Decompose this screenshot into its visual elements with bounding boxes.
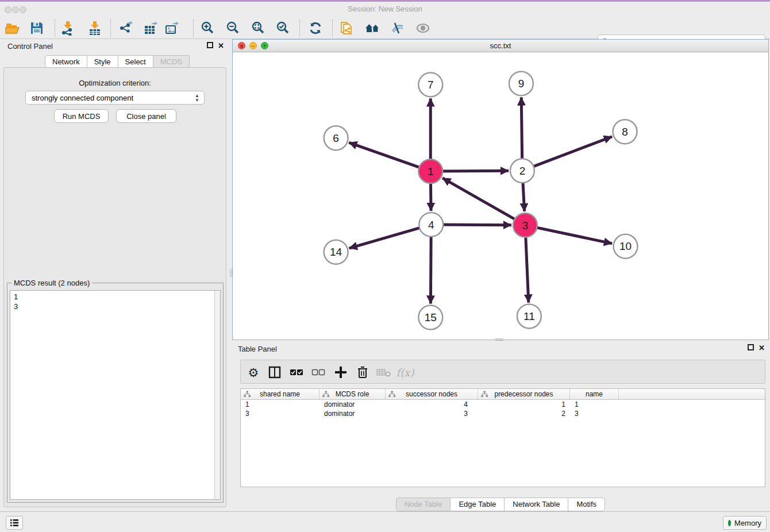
graph-node-3[interactable]: 3 [513, 213, 537, 237]
mcds-result-list[interactable]: 13 [10, 290, 214, 500]
table-row[interactable]: 3dominator323 [241, 409, 765, 418]
close-panel-icon[interactable]: ✕ [218, 42, 224, 50]
tab-style[interactable]: Style [87, 55, 118, 68]
vertical-splitter-handle[interactable] [230, 269, 232, 277]
export-network-icon[interactable] [118, 20, 134, 36]
graph-node-11[interactable]: 11 [517, 304, 541, 329]
import-network-icon[interactable] [60, 20, 76, 36]
graph-edge-3-1[interactable] [442, 178, 525, 225]
eye-icon [415, 20, 431, 36]
select-all-icon[interactable] [288, 364, 305, 380]
add-column-icon[interactable] [333, 364, 349, 380]
svg-text:1: 1 [428, 165, 434, 178]
graph-node-10[interactable]: 10 [614, 234, 638, 259]
graph-node-1[interactable]: 1 [418, 159, 442, 183]
graph-node-6[interactable]: 6 [324, 126, 348, 150]
tab-edge-table[interactable]: Edge Table [451, 498, 505, 511]
import-table-icon[interactable] [87, 20, 103, 36]
network-graph[interactable]: 7968124314101511 [233, 52, 768, 340]
run-mcds-button[interactable]: Run MCDS [54, 109, 109, 123]
zoom-in-icon[interactable] [200, 20, 216, 36]
svg-text:7: 7 [428, 79, 434, 91]
node-table[interactable]: shared name MCDS role successor nodes pr… [240, 388, 765, 487]
window-titlebar: Session: New Session [0, 2, 770, 16]
column-header-predecessor-nodes[interactable]: predecessor nodes [478, 389, 570, 399]
control-panel-tabs: Network Style Select MCDS [45, 55, 190, 68]
graph-node-2[interactable]: 2 [510, 159, 534, 183]
network-view-window: x – + scc.txt 7968124314101511 [232, 39, 769, 340]
delete-table-icon [376, 364, 392, 380]
close-panel-button[interactable]: Close panel [116, 109, 176, 123]
table-cell: 1 [570, 400, 619, 409]
toolbar-separator [110, 20, 111, 37]
save-session-icon[interactable] [29, 20, 45, 36]
graph-edge-2-8[interactable] [522, 137, 612, 171]
export-table-icon[interactable] [143, 20, 159, 36]
split-columns-icon[interactable] [267, 364, 283, 380]
criterion-select[interactable]: strongly connected component ▲▼ [25, 91, 205, 105]
network-window-title: scc.txt [233, 41, 768, 50]
float-table-panel-icon[interactable] [748, 344, 754, 352]
memory-label: Memory [734, 519, 761, 527]
gear-icon[interactable]: ⚙ [245, 364, 261, 380]
graph-node-4[interactable]: 4 [419, 213, 443, 237]
column-header-successor-nodes[interactable]: successor nodes [386, 389, 478, 399]
hide-panels-icon[interactable] [390, 20, 406, 36]
mcds-result-title: MCDS result (2 nodes) [11, 279, 92, 287]
control-panel-header: Control Panel ✕ [0, 39, 230, 54]
open-session-icon[interactable] [5, 20, 21, 36]
tab-mcds[interactable]: MCDS [153, 55, 190, 68]
clone-network-icon[interactable] [339, 20, 355, 36]
criterion-selected-value: strongly connected component [32, 94, 133, 102]
float-panel-icon[interactable] [207, 42, 213, 50]
combo-arrows-icon: ▲▼ [195, 94, 199, 103]
tab-network[interactable]: Network [45, 55, 87, 68]
zoom-selected-icon[interactable] [275, 20, 291, 36]
column-type-icon [481, 391, 488, 398]
zoom-fit-icon[interactable] [251, 20, 267, 36]
network-canvas[interactable]: 7968124314101511 [233, 52, 768, 340]
close-table-panel-icon[interactable]: ✕ [759, 344, 765, 352]
table-cell: dominator [319, 409, 386, 418]
task-history-button[interactable] [6, 516, 23, 530]
window-title: Session: New Session [0, 5, 770, 13]
column-header-name[interactable]: name [570, 389, 619, 399]
node-table-body[interactable]: 1dominator4113dominator323 [241, 400, 765, 418]
graph-node-14[interactable]: 14 [324, 240, 348, 264]
graph-node-7[interactable]: 7 [418, 72, 442, 97]
svg-text:3: 3 [522, 219, 529, 232]
horizontal-splitter-handle[interactable] [495, 338, 503, 341]
tab-motifs[interactable]: Motifs [568, 498, 605, 511]
tab-node-table[interactable]: Node Table [396, 498, 451, 511]
table-row[interactable]: 1dominator411 [241, 400, 765, 409]
graph-edge-1-6[interactable] [349, 142, 430, 171]
memory-button[interactable]: Memory [723, 516, 767, 530]
toolbar-separator [193, 20, 194, 37]
svg-text:11: 11 [523, 310, 535, 322]
refresh-layout-icon[interactable] [307, 20, 324, 36]
column-header-shared-name[interactable]: shared name [241, 389, 319, 399]
home-icon[interactable] [364, 20, 380, 36]
graph-node-9[interactable]: 9 [509, 71, 533, 95]
node-table-header: shared name MCDS role successor nodes pr… [241, 389, 765, 400]
table-cell: dominator [319, 400, 386, 409]
graph-node-8[interactable]: 8 [613, 119, 637, 144]
result-scrollbar[interactable] [214, 290, 221, 500]
export-image-icon[interactable] [164, 20, 180, 36]
table-cell: 4 [386, 400, 478, 409]
tab-network-table[interactable]: Network Table [505, 498, 568, 511]
graph-node-15[interactable]: 15 [418, 306, 442, 330]
graph-edge-4-14[interactable] [349, 225, 432, 248]
deselect-all-icon[interactable] [310, 364, 326, 380]
function-builder-icon: f(x) [397, 364, 413, 380]
svg-text:10: 10 [619, 240, 632, 252]
network-window-titlebar[interactable]: x – + scc.txt [233, 40, 768, 52]
delete-icon[interactable] [355, 364, 371, 380]
column-header-mcds-role[interactable]: MCDS role [319, 389, 386, 399]
zoom-out-icon[interactable] [225, 20, 241, 36]
table-toolbar: ⚙ f(x) [240, 360, 765, 384]
table-tabs: Node Table Edge Table Network Table Moti… [232, 498, 769, 511]
table-cell: 3 [241, 409, 319, 418]
tab-select[interactable]: Select [118, 55, 153, 68]
graph-edge-3-10[interactable] [525, 225, 612, 244]
